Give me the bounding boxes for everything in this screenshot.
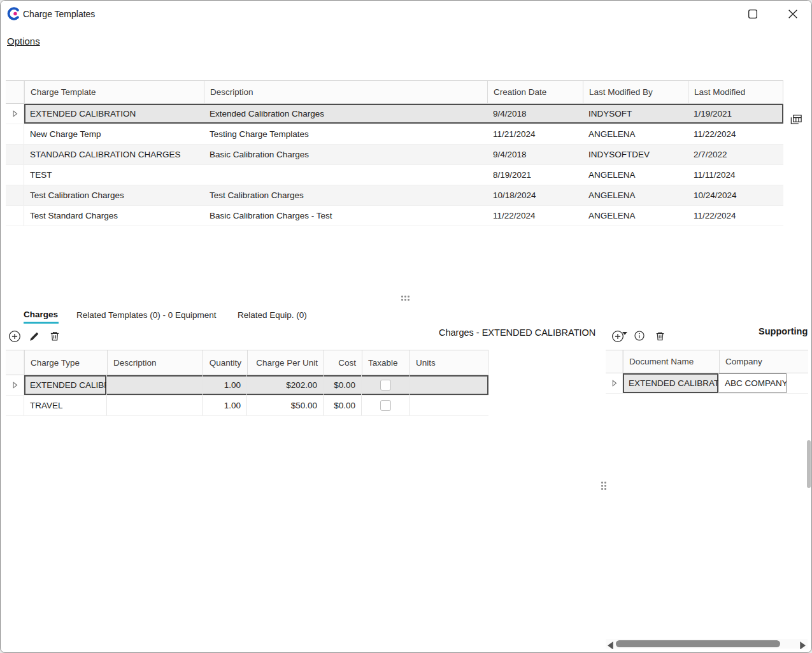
row-indicator: [6, 165, 24, 185]
cell-cost[interactable]: $0.00: [324, 375, 362, 395]
horizontal-splitter[interactable]: [1, 292, 812, 304]
cell-charge-template[interactable]: TEST: [24, 165, 204, 185]
cell-charge-template[interactable]: Test Calibration Charges: [24, 185, 204, 205]
cell-charge-template[interactable]: Test Standard Charges: [24, 206, 204, 226]
cell-charge-type[interactable]: EXTENDED CALIBRATION: [24, 375, 107, 395]
cell-charge-template[interactable]: STANDARD CALIBRATION CHARGES: [24, 145, 204, 164]
scroll-right-icon[interactable]: [799, 640, 806, 647]
cell-description[interactable]: Testing Charge Templates: [204, 124, 487, 144]
column-header-charge-per-unit[interactable]: Charge Per Unit: [247, 350, 324, 375]
taxable-checkbox[interactable]: [380, 400, 391, 411]
edit-charge-icon[interactable]: [29, 331, 39, 342]
cell-creation-date[interactable]: 9/4/2018: [487, 145, 583, 164]
row-expander[interactable]: [6, 104, 24, 124]
cell-description[interactable]: [107, 396, 203, 415]
row-expander[interactable]: [6, 375, 24, 395]
add-charge-icon[interactable]: [8, 330, 21, 343]
cell-charge-per-unit[interactable]: $50.00: [247, 396, 324, 415]
delete-charge-icon[interactable]: [49, 330, 61, 342]
cell-last-modified[interactable]: 11/22/2024: [688, 206, 783, 226]
column-header-description[interactable]: Description: [107, 350, 203, 375]
cell-charge-per-unit[interactable]: $202.00: [247, 375, 324, 395]
cell-last-modified-by[interactable]: ANGELENA: [583, 124, 688, 144]
table-row[interactable]: EXTENDED CALIBRATION 1.00 $202.00 $0.00: [6, 375, 488, 396]
column-header-company[interactable]: Company: [719, 350, 787, 373]
column-header-description[interactable]: Description: [204, 81, 487, 103]
cell-description[interactable]: [107, 375, 203, 395]
cell-last-modified[interactable]: 11/11/2024: [688, 165, 783, 185]
cell-units[interactable]: [410, 396, 488, 415]
table-row[interactable]: TEST 8/19/2021 ANGELENA 11/11/2024: [6, 165, 783, 185]
cell-charge-template[interactable]: New Charge Temp: [24, 124, 204, 144]
taxable-checkbox[interactable]: [380, 380, 391, 391]
cell-last-modified-by[interactable]: ANGELENA: [583, 206, 688, 226]
tab-charges[interactable]: Charges: [24, 310, 58, 319]
column-header-cost[interactable]: Cost: [324, 350, 362, 375]
cell-description[interactable]: Basic Calibration Charges - Test: [204, 206, 487, 226]
vertical-scrollbar-thumb[interactable]: [807, 440, 811, 488]
cell-last-modified[interactable]: 1/19/2021: [688, 104, 783, 124]
cell-creation-date[interactable]: 11/22/2024: [487, 206, 583, 226]
cell-last-modified[interactable]: 2/7/2022: [688, 145, 783, 164]
row-indicator: [6, 185, 24, 205]
cell-description[interactable]: Test Calibration Charges: [204, 185, 487, 205]
cell-creation-date[interactable]: 10/18/2024: [487, 185, 583, 205]
expander-arrow-icon: [10, 108, 20, 119]
cell-document-name[interactable]: EXTENDED CALIBRATION: [623, 373, 719, 393]
layout-grid-icon[interactable]: [789, 113, 803, 126]
cell-creation-date[interactable]: 11/21/2024: [487, 124, 583, 144]
column-header-charge-template[interactable]: Charge Template: [24, 81, 204, 103]
active-tab-underline: [24, 322, 59, 324]
maximize-button[interactable]: [748, 9, 758, 19]
cell-last-modified-by[interactable]: ANGELENA: [583, 185, 688, 205]
scroll-left-icon[interactable]: [608, 640, 614, 647]
cell-charge-template[interactable]: EXTENDED CALIBRATION: [24, 104, 204, 124]
cell-creation-date[interactable]: 8/19/2021: [487, 165, 583, 185]
scrollbar-thumb[interactable]: [616, 640, 780, 647]
table-row[interactable]: STANDARD CALIBRATION CHARGES Basic Calib…: [6, 145, 783, 165]
column-header-document-name[interactable]: Document Name: [623, 350, 719, 373]
column-header-charge-type[interactable]: Charge Type: [24, 350, 107, 375]
cell-last-modified-by[interactable]: INDYSOFTDEV: [583, 145, 688, 164]
cell-charge-type[interactable]: TRAVEL: [24, 396, 107, 415]
cell-cost[interactable]: $0.00: [324, 396, 362, 415]
cell-quantity[interactable]: 1.00: [203, 375, 247, 395]
table-row[interactable]: EXTENDED CALIBRATION Extended Calibratio…: [6, 104, 783, 124]
column-header-quantity[interactable]: Quantity: [203, 350, 247, 375]
cell-creation-date[interactable]: 9/4/2018: [487, 104, 583, 124]
tab-related-templates[interactable]: Related Templates (0) - 0 Equipment: [76, 310, 217, 320]
cell-company[interactable]: ABC COMPANY: [719, 373, 787, 393]
delete-document-icon[interactable]: [655, 330, 666, 342]
charges-grid-header: Charge Type Description Quantity Charge …: [6, 350, 488, 375]
column-header-last-modified-by[interactable]: Last Modified By: [583, 81, 688, 103]
cell-description[interactable]: [204, 165, 487, 185]
column-header-creation-date[interactable]: Creation Date: [487, 81, 583, 103]
table-row[interactable]: EXTENDED CALIBRATION ABC COMPANY: [606, 373, 808, 394]
cell-last-modified[interactable]: 11/22/2024: [688, 124, 783, 144]
expander-arrow-icon: [609, 378, 620, 389]
tab-related-equipment[interactable]: Related Equip. (0): [238, 310, 307, 320]
cell-description[interactable]: Basic Calibration Charges: [204, 145, 487, 164]
cell-units[interactable]: [410, 375, 488, 395]
table-row[interactable]: TRAVEL 1.00 $50.00 $0.00: [6, 396, 488, 416]
cell-last-modified-by[interactable]: ANGELENA: [583, 165, 688, 185]
close-button[interactable]: [788, 9, 798, 19]
splitter-handle-icon: [401, 296, 411, 302]
table-row[interactable]: Test Calibration Charges Test Calibratio…: [6, 185, 783, 206]
info-icon[interactable]: [634, 330, 645, 341]
cell-last-modified-by[interactable]: INDYSOFT: [583, 104, 688, 124]
add-document-dropdown-icon[interactable]: [622, 326, 627, 329]
table-row[interactable]: Test Standard Charges Basic Calibration …: [6, 206, 783, 226]
menu-options[interactable]: Options: [7, 36, 40, 47]
column-header-units[interactable]: Units: [410, 350, 488, 375]
table-row[interactable]: New Charge Temp Testing Charge Templates…: [6, 124, 783, 145]
horizontal-scrollbar[interactable]: [606, 639, 808, 649]
cell-last-modified[interactable]: 10/24/2024: [688, 185, 783, 205]
cell-quantity[interactable]: 1.00: [203, 396, 247, 415]
cell-description[interactable]: Extended Calibration Charges: [204, 104, 487, 124]
templates-grid-header: Charge Template Description Creation Dat…: [6, 80, 783, 104]
column-header-taxable[interactable]: Taxable: [362, 350, 410, 375]
splitter-handle-icon: [601, 482, 608, 491]
row-expander[interactable]: [606, 373, 623, 393]
column-header-last-modified[interactable]: Last Modified: [688, 81, 783, 103]
